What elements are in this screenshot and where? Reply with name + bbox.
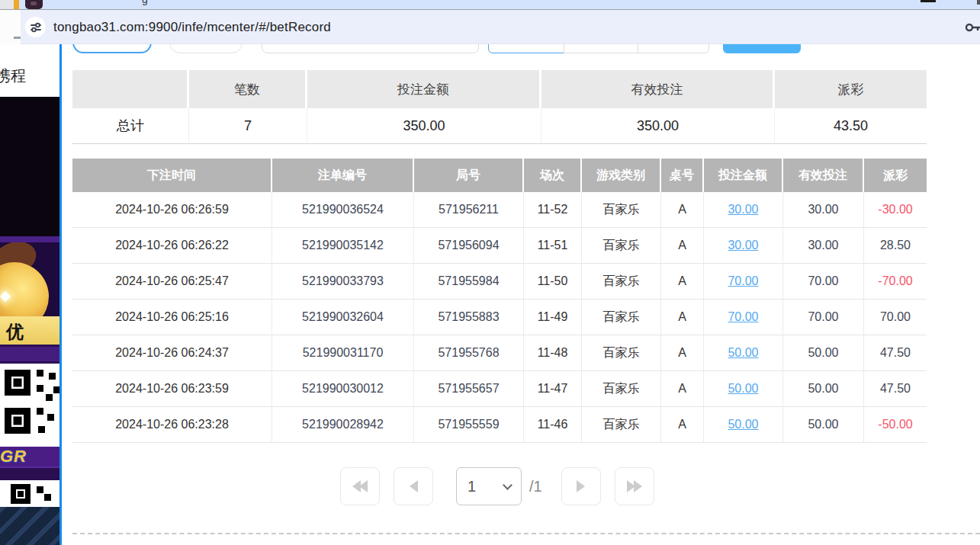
- filter-segmented-control: [488, 44, 711, 53]
- table-row: 2024-10-26 06:25:16 521990032604 5719558…: [72, 300, 927, 335]
- bet-table-no-cell: A: [661, 228, 704, 264]
- bet-order-cell: 521990033793: [272, 264, 414, 300]
- bet-session-cell: 11-52: [524, 192, 582, 228]
- pagination: 1 /1: [340, 467, 654, 505]
- bet-time-cell: 2024-10-26 06:23:59: [72, 371, 272, 407]
- bet-amount-link[interactable]: 50.00: [728, 418, 758, 431]
- summary-table: 笔数 投注金额 有效投注 派彩 总计 7 350.00 350.00 43.50: [72, 70, 927, 144]
- valid-bet-cell: 70.00: [783, 300, 864, 335]
- bet-round-cell: 571955768: [414, 335, 524, 371]
- background-window-fragment: [0, 10, 21, 44]
- bet-header-row: 下注时间 注单编号 局号 场次 游戏类别 桌号 投注金额 有效投注 派彩: [72, 159, 927, 192]
- table-row: 2024-10-26 06:23:28 521990028942 5719555…: [72, 407, 927, 443]
- qr-finder-pattern: [11, 484, 31, 504]
- valid-bet-cell: 30.00: [783, 228, 864, 264]
- next-page-button[interactable]: [561, 467, 601, 505]
- bet-header-session: 场次: [524, 159, 582, 192]
- payout-cell: 47.50: [864, 371, 927, 407]
- bet-amount-link-cell[interactable]: 30.00: [704, 192, 783, 228]
- summary-total-count: 7: [189, 108, 307, 144]
- valid-bet-cell: 50.00: [783, 335, 864, 371]
- filter-button-active[interactable]: [72, 44, 152, 53]
- bet-amount-link[interactable]: 70.00: [728, 310, 758, 324]
- tab-favicon[interactable]: [25, 0, 43, 9]
- bet-amount-link-cell[interactable]: 50.00: [704, 335, 783, 371]
- summary-header-count: 笔数: [189, 70, 307, 108]
- bet-order-cell: 521990035142: [272, 228, 414, 264]
- segment[interactable]: [564, 44, 638, 53]
- bet-amount-link[interactable]: 70.00: [728, 274, 758, 288]
- maximize-button-fragment[interactable]: [921, 0, 936, 2]
- background-window-header: 携程: [0, 44, 59, 97]
- close-button-fragment[interactable]: [977, 0, 980, 5]
- bet-amount-link-cell[interactable]: 50.00: [704, 407, 783, 443]
- qr-finder-pattern: [5, 370, 31, 396]
- promo-badge-band: 优: [0, 316, 59, 345]
- bet-game-cell: 百家乐: [582, 300, 661, 335]
- bookmark-label: 携程: [0, 66, 26, 86]
- bet-time-cell: 2024-10-26 06:26:59: [72, 192, 272, 228]
- background-window-fragment: [0, 0, 14, 10]
- bet-amount-link-cell[interactable]: 70.00: [704, 264, 783, 300]
- payout-cell: -30.00: [864, 192, 927, 228]
- summary-total-valid-bet: 350.00: [541, 108, 775, 144]
- valid-bet-cell: 70.00: [783, 264, 864, 300]
- bet-table-no-cell: A: [661, 371, 704, 407]
- left-arrow-icon: [410, 480, 418, 492]
- tab-title[interactable]: g: [142, 0, 148, 5]
- background-window: 携程 优 GR: [0, 44, 59, 545]
- bet-order-cell: 521990036524: [272, 192, 414, 228]
- bet-table: 下注时间 注单编号 局号 场次 游戏类别 桌号 投注金额 有效投注 派彩 202…: [72, 159, 927, 443]
- promo-badge-text: 优: [6, 320, 24, 344]
- bet-header-payout: 派彩: [864, 159, 927, 192]
- bottom-divider: [72, 533, 980, 534]
- bet-game-cell: 百家乐: [582, 264, 661, 300]
- last-page-button[interactable]: [615, 467, 654, 505]
- bet-game-cell: 百家乐: [582, 228, 661, 264]
- qr-finder-pattern: [5, 408, 31, 434]
- summary-header-payout: 派彩: [775, 70, 927, 108]
- bet-header-bet-amount: 投注金额: [704, 159, 783, 192]
- bet-amount-link[interactable]: 30.00: [728, 239, 758, 252]
- payout-cell: 28.50: [864, 228, 927, 264]
- segment[interactable]: [638, 44, 709, 53]
- previous-page-button[interactable]: [394, 467, 433, 505]
- right-arrow-icon: [577, 480, 585, 492]
- bet-amount-link[interactable]: 30.00: [728, 203, 758, 216]
- first-page-button[interactable]: [340, 467, 380, 505]
- filter-button[interactable]: [169, 44, 243, 53]
- bet-table-no-cell: A: [661, 300, 704, 335]
- segment-active[interactable]: [488, 44, 564, 53]
- valid-bet-cell: 30.00: [783, 192, 864, 228]
- qr-code: [0, 364, 59, 441]
- bet-amount-link[interactable]: 50.00: [728, 382, 758, 396]
- table-row: 2024-10-26 06:24:37 521990031170 5719557…: [72, 335, 927, 371]
- address-bar[interactable]: tongbao31.com:9900/infe/mcenter/#/betRec…: [21, 10, 980, 44]
- key-icon[interactable]: [965, 20, 980, 35]
- tune-icon: [29, 21, 43, 34]
- date-range-input[interactable]: [262, 44, 479, 53]
- bet-amount-link[interactable]: 50.00: [728, 346, 758, 360]
- gold-coin-icon: [0, 262, 49, 316]
- double-right-arrow-icon: [627, 480, 642, 492]
- brand-text: GR: [0, 447, 27, 466]
- page-select[interactable]: 1: [456, 467, 522, 505]
- summary-total-label: 总计: [72, 108, 189, 144]
- table-row: 2024-10-26 06:26:22 521990035142 5719560…: [72, 228, 927, 264]
- bet-amount-link-cell[interactable]: 50.00: [704, 371, 783, 407]
- bet-order-cell: 521990030012: [272, 371, 414, 407]
- window-edge: [59, 43, 62, 545]
- url-text[interactable]: tongbao31.com:9900/infe/mcenter/#/betRec…: [53, 10, 331, 44]
- bet-time-cell: 2024-10-26 06:24:37: [72, 335, 272, 371]
- bet-game-cell: 百家乐: [582, 335, 661, 371]
- double-left-arrow-icon: [352, 480, 368, 492]
- site-settings-button[interactable]: [25, 17, 46, 37]
- bet-amount-link-cell[interactable]: 70.00: [704, 300, 783, 335]
- bet-order-cell: 521990032604: [272, 300, 414, 335]
- bet-amount-link-cell[interactable]: 30.00: [704, 228, 783, 264]
- bet-header-order-no: 注单编号: [272, 159, 414, 192]
- bet-order-cell: 521990028942: [272, 407, 414, 443]
- search-button[interactable]: [723, 44, 801, 53]
- bet-session-cell: 11-49: [524, 300, 582, 335]
- bet-session-cell: 11-47: [524, 371, 582, 407]
